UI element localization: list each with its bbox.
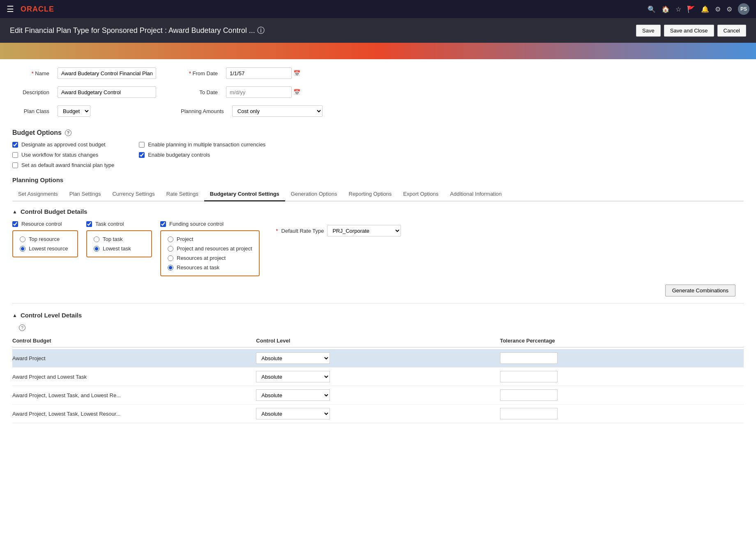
task-control-box: Top task Lowest task bbox=[86, 230, 152, 257]
page-title: Edit Financial Plan Type for Sponsored P… bbox=[10, 25, 265, 35]
control-level-details-section: ▲ Control Level Details ? Control Budget… bbox=[12, 312, 744, 423]
table-select-level-3[interactable]: Absolute bbox=[256, 408, 330, 419]
to-date-calendar-icon[interactable]: 📅 bbox=[293, 89, 300, 95]
from-date-input[interactable] bbox=[226, 67, 292, 79]
from-date-field: 📅 bbox=[226, 67, 300, 79]
checkbox-approved-cost-label: Designate as approved cost budget bbox=[21, 141, 106, 148]
resources-at-project-radio[interactable] bbox=[168, 255, 173, 261]
bell-icon[interactable]: 🔔 bbox=[701, 5, 709, 13]
checkbox-approved-cost-input[interactable] bbox=[12, 142, 18, 148]
lowest-resource-radio[interactable] bbox=[20, 246, 25, 252]
resource-control-box: Top resource Lowest resource bbox=[12, 230, 78, 257]
control-level-collapse-arrow[interactable]: ▲ bbox=[12, 312, 17, 318]
tab-reporting-options[interactable]: Reporting Options bbox=[343, 187, 398, 201]
resource-control-checkbox-row: Resource control bbox=[12, 221, 78, 227]
table-input-tolerance-1[interactable] bbox=[500, 371, 558, 382]
checkbox-multiple-currencies-input[interactable] bbox=[139, 142, 145, 148]
resource-control-checkbox[interactable] bbox=[12, 221, 18, 227]
task-control-label: Task control bbox=[95, 221, 124, 227]
table-cell-budget-3: Award Project, Lowest Task, Lowest Resou… bbox=[12, 411, 256, 417]
planning-options-label: Planning Options bbox=[12, 176, 744, 183]
from-date-calendar-icon[interactable]: 📅 bbox=[293, 70, 300, 76]
project-radio[interactable] bbox=[168, 236, 173, 242]
tab-export-options[interactable]: Export Options bbox=[397, 187, 444, 201]
checkbox-workflow-input[interactable] bbox=[12, 152, 18, 158]
table-row: Award Project, Lowest Task, Lowest Resou… bbox=[12, 405, 744, 423]
to-date-input[interactable] bbox=[226, 86, 292, 98]
search-icon[interactable]: 🔍 bbox=[648, 5, 656, 13]
top-task-radio[interactable] bbox=[94, 236, 99, 242]
tab-plan-settings[interactable]: Plan Settings bbox=[64, 187, 107, 201]
table-cell-budget-0: Award Project bbox=[12, 355, 256, 361]
checkbox-workflow: Use workflow for status changes bbox=[12, 152, 114, 158]
planning-amounts-select[interactable]: Cost only bbox=[232, 105, 323, 117]
col-control-level: Control Level bbox=[256, 338, 500, 344]
project-and-resources-label: Project and resources at project bbox=[177, 245, 252, 252]
settings-icon[interactable]: ⚙ bbox=[715, 5, 721, 13]
save-button[interactable]: Save bbox=[636, 25, 661, 37]
checkbox-default-award-input[interactable] bbox=[12, 162, 18, 168]
project-row: Project bbox=[168, 236, 252, 242]
to-date-field: 📅 bbox=[226, 86, 300, 98]
from-date-label: From Date bbox=[181, 70, 218, 76]
resources-at-project-row: Resources at project bbox=[168, 255, 252, 261]
favorites-icon[interactable]: ☆ bbox=[675, 5, 681, 13]
generate-combinations-button[interactable]: Generate Combinations bbox=[665, 285, 735, 296]
table-input-tolerance-3[interactable] bbox=[500, 408, 558, 419]
lowest-task-label: Lowest task bbox=[103, 245, 131, 252]
save-and-close-button[interactable]: Save and Close bbox=[664, 25, 714, 37]
task-control-group: Task control Top task Lowest task bbox=[86, 221, 152, 257]
top-resource-label: Top resource bbox=[29, 236, 60, 242]
name-label: Name bbox=[12, 70, 49, 76]
sub-header: Edit Financial Plan Type for Sponsored P… bbox=[0, 18, 756, 43]
lowest-task-radio[interactable] bbox=[94, 246, 99, 252]
resources-at-task-radio[interactable] bbox=[168, 265, 173, 271]
default-rate-type-select[interactable]: PRJ_Corporate bbox=[327, 225, 401, 236]
control-level-help-icon[interactable]: ? bbox=[19, 324, 25, 331]
top-task-row: Top task bbox=[94, 236, 145, 242]
control-level-details-header: ▲ Control Level Details bbox=[12, 312, 744, 319]
form-columns: Name Description Plan Class Budget From … bbox=[12, 67, 744, 121]
description-input[interactable] bbox=[58, 86, 156, 98]
nav-left: ☰ ORACLE bbox=[7, 4, 54, 14]
task-control-checkbox[interactable] bbox=[86, 221, 92, 227]
tab-rate-settings[interactable]: Rate Settings bbox=[161, 187, 204, 201]
table-select-level-0[interactable]: Absolute bbox=[256, 352, 330, 364]
col-control-budget: Control Budget bbox=[12, 338, 256, 344]
project-label: Project bbox=[177, 236, 193, 242]
checkbox-multiple-currencies-label: Enable planning in multiple transaction … bbox=[148, 141, 265, 148]
planning-options-section: Planning Options Set Assignments Plan Se… bbox=[12, 176, 744, 201]
tab-generation-options[interactable]: Generation Options bbox=[285, 187, 343, 201]
flag-icon[interactable]: 🚩 bbox=[687, 5, 695, 13]
table-input-tolerance-0[interactable] bbox=[500, 352, 558, 364]
table-input-tolerance-2[interactable] bbox=[500, 389, 558, 401]
tab-currency-settings[interactable]: Currency Settings bbox=[106, 187, 160, 201]
table-select-level-1[interactable]: Absolute bbox=[256, 371, 330, 382]
checkbox-approved-cost: Designate as approved cost budget bbox=[12, 141, 114, 148]
tab-additional-information[interactable]: Additional Information bbox=[444, 187, 507, 201]
header-buttons: Save Save and Close Cancel bbox=[636, 25, 746, 37]
collapse-arrow-icon[interactable]: ▲ bbox=[12, 209, 17, 215]
table-row: Award Project, Lowest Task, and Lowest R… bbox=[12, 386, 744, 405]
control-boxes-container: Resource control Top resource Lowest res… bbox=[12, 221, 744, 276]
checkbox-budgetary-controls-input[interactable] bbox=[139, 152, 145, 158]
table-select-level-2[interactable]: Absolute bbox=[256, 389, 330, 401]
budget-options-help-icon[interactable]: ? bbox=[65, 130, 71, 136]
project-and-resources-radio[interactable] bbox=[168, 246, 173, 252]
cancel-button[interactable]: Cancel bbox=[717, 25, 746, 37]
settings2-icon[interactable]: ⚙ bbox=[726, 5, 732, 13]
tab-set-assignments[interactable]: Set Assignments bbox=[12, 187, 64, 201]
resources-at-project-label: Resources at project bbox=[177, 255, 226, 261]
user-avatar[interactable]: PS bbox=[738, 3, 749, 15]
table-header-row: Control Budget Control Level Tolerance P… bbox=[12, 334, 744, 347]
default-rate-type-label: Default Rate Type bbox=[281, 228, 324, 234]
lowest-resource-label: Lowest resource bbox=[29, 245, 68, 252]
name-input[interactable] bbox=[58, 67, 156, 79]
home-icon[interactable]: 🏠 bbox=[662, 5, 670, 13]
hamburger-menu[interactable]: ☰ bbox=[7, 4, 14, 14]
top-resource-radio[interactable] bbox=[20, 236, 25, 242]
tab-budgetary-control-settings[interactable]: Budgetary Control Settings bbox=[204, 187, 285, 201]
plan-class-select[interactable]: Budget bbox=[58, 105, 90, 117]
funding-source-control-checkbox[interactable] bbox=[160, 221, 166, 227]
budget-options-title: Budget Options bbox=[12, 129, 62, 137]
